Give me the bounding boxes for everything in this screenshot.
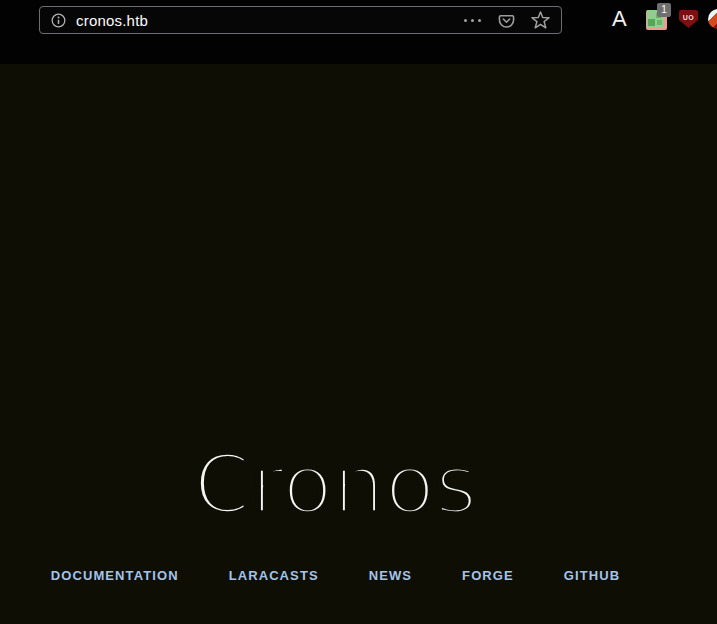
ublock-label: UO — [683, 14, 695, 21]
pocket-icon[interactable] — [497, 11, 516, 30]
page-content: Cronos DOCUMENTATION LARACASTS NEWS FORG… — [0, 64, 717, 624]
ublock-origin-icon[interactable]: UO — [679, 10, 698, 28]
site-info-icon[interactable] — [51, 13, 66, 28]
extension-a-icon[interactable]: A — [612, 5, 627, 33]
link-documentation[interactable]: DOCUMENTATION — [26, 569, 204, 582]
bookmark-star-icon[interactable] — [531, 11, 550, 30]
nav-links: DOCUMENTATION LARACASTS NEWS FORGE GITHU… — [0, 569, 671, 582]
browser-toolbar: cronos.htb A 1 UO — [0, 0, 717, 64]
extension-badge: 1 — [657, 3, 671, 17]
extension-icon-partial[interactable] — [708, 9, 717, 29]
link-github[interactable]: GITHUB — [539, 569, 645, 582]
link-laracasts[interactable]: LARACASTS — [204, 569, 344, 582]
url-text[interactable]: cronos.htb — [76, 12, 148, 29]
link-news[interactable]: NEWS — [344, 569, 437, 582]
address-bar[interactable]: cronos.htb — [39, 6, 562, 34]
page-title: Cronos — [0, 444, 671, 526]
link-forge[interactable]: FORGE — [437, 569, 539, 582]
page-actions-icon[interactable] — [464, 19, 481, 22]
